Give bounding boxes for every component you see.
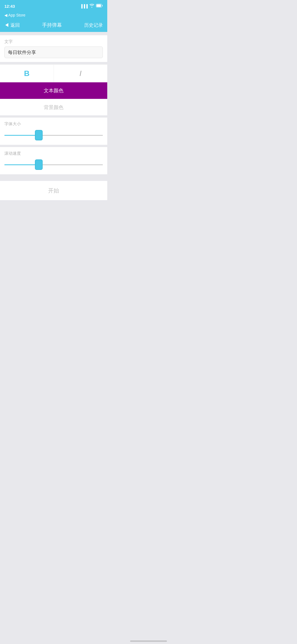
status-time: 12:43 — [4, 4, 15, 9]
status-bar: 12:43 ▐▐▐ — [0, 0, 107, 12]
signal-icon: ▐▐▐ — [80, 4, 88, 8]
history-button[interactable]: 历史记录 — [84, 22, 103, 28]
font-size-card: 字体大小 — [0, 118, 107, 145]
scroll-speed-slider[interactable] — [4, 161, 103, 169]
slider-thumb-2[interactable] — [35, 159, 43, 170]
start-card: 开始 — [0, 181, 107, 200]
text-input-card: 文字 — [0, 35, 107, 62]
svg-rect-1 — [97, 4, 101, 7]
nav-title: 手持弹幕 — [42, 22, 62, 28]
bold-button[interactable]: B — [0, 65, 54, 82]
nav-bar: ◀ 返回 手持弹幕 历史记录 — [0, 18, 107, 32]
appstore-label[interactable]: ◀ App Store — [4, 13, 25, 17]
text-label: 文字 — [4, 39, 103, 44]
slider-thumb[interactable] — [35, 130, 43, 140]
scroll-speed-label: 滚动速度 — [4, 151, 103, 156]
scroll-speed-card: 滚动速度 — [0, 147, 107, 174]
style-card: B I — [0, 64, 107, 82]
wifi-icon — [89, 4, 94, 9]
text-input[interactable] — [4, 47, 103, 58]
battery-icon — [96, 4, 103, 8]
bg-color-button[interactable]: 背景颜色 — [0, 99, 107, 115]
back-button[interactable]: ◀ 返回 — [4, 22, 20, 28]
text-color-button[interactable]: 文本颜色 — [0, 82, 107, 99]
main-content: 文字 B I 文本颜色 背景颜色 字体大小 滚动速度 — [0, 32, 107, 206]
appstore-bar[interactable]: ◀ App Store — [0, 12, 107, 18]
font-size-label: 字体大小 — [4, 121, 103, 127]
italic-button[interactable]: I — [54, 65, 108, 82]
slider-fill-2 — [4, 164, 39, 165]
start-button[interactable]: 开始 — [0, 181, 107, 200]
slider-fill — [4, 135, 39, 136]
status-icons: ▐▐▐ — [80, 4, 103, 9]
font-size-slider[interactable] — [4, 131, 103, 139]
style-row: B I — [0, 64, 107, 82]
